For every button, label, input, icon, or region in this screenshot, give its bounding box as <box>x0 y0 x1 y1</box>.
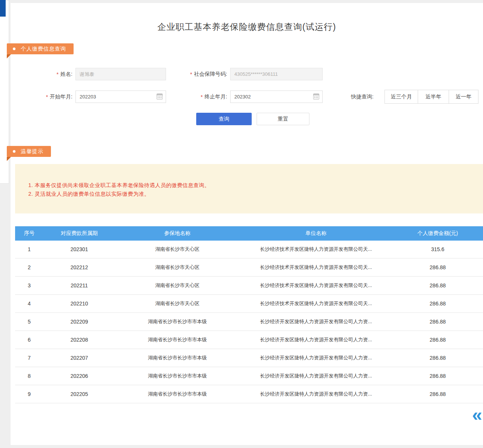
header-company: 单位名称 <box>240 230 392 237</box>
cell-region: 湖南省长沙市长沙市市本级 <box>115 373 240 379</box>
badge-ribbon-fold <box>7 54 11 58</box>
start-month-wrap <box>75 91 166 103</box>
table-row: 1202301湖南省长沙市天心区长沙经济技术开发区捷特人力资源开发有限公司天..… <box>15 241 483 259</box>
table-row: 7202207湖南省长沙市长沙市市本级长沙经济开发区捷特人力资源开发有限公司人力… <box>15 349 483 367</box>
name-field <box>75 68 166 80</box>
cell-period: 202211 <box>43 282 115 288</box>
cell-company: 长沙经济开发区捷特人力资源开发有限公司人力资... <box>240 336 392 343</box>
tip-line-1: 1. 本服务仅提供尚未领取企业职工基本养老保险待遇人员的缴费信息查询。 <box>28 181 483 190</box>
cell-region: 湖南省长沙市长沙市市本级 <box>115 318 240 325</box>
cell-amount: 286.88 <box>392 319 483 325</box>
required-marker: * <box>57 71 58 77</box>
cell-period: 202212 <box>43 264 115 270</box>
cell-amount: 286.88 <box>392 373 483 379</box>
cell-region: 湖南省长沙市长沙市市本级 <box>115 354 240 361</box>
table-row: 4202210湖南省长沙市天心区长沙经济技术开发区捷特人力资源开发有限公司天..… <box>15 295 483 313</box>
query-button[interactable]: 查询 <box>196 113 252 125</box>
cell-period: 202208 <box>43 337 115 343</box>
tips-notice-box: 1. 本服务仅提供尚未领取企业职工基本养老保险待遇人员的缴费信息查询。 2. 灵… <box>15 164 483 213</box>
cell-amount: 286.88 <box>392 355 483 361</box>
table-row: 8202206湖南省长沙市长沙市市本级长沙经济开发区捷特人力资源开发有限公司人力… <box>15 367 483 385</box>
cell-amount: 286.88 <box>392 282 483 288</box>
chevron-double-left-icon[interactable]: « <box>472 406 482 424</box>
start-month-input[interactable] <box>75 91 166 103</box>
cell-seq: 6 <box>15 337 43 343</box>
table-row: 6202208湖南省长沙市长沙市市本级长沙经济开发区捷特人力资源开发有限公司人力… <box>15 331 483 349</box>
section-badge-label: 个人缴费信息查询 <box>21 46 66 52</box>
cell-seq: 3 <box>15 282 43 288</box>
cell-company: 长沙经济技术开发区捷特人力资源开发有限公司天... <box>240 264 392 271</box>
cell-region: 湖南省长沙市天心区 <box>115 264 240 271</box>
table-row: 2202212湖南省长沙市天心区长沙经济技术开发区捷特人力资源开发有限公司天..… <box>15 259 483 277</box>
cell-amount: 286.88 <box>392 264 483 270</box>
calendar-icon[interactable] <box>157 94 163 100</box>
cell-company: 长沙经济开发区捷特人力资源开发有限公司人力资... <box>240 318 392 325</box>
cell-region: 湖南省长沙市长沙市市本级 <box>115 336 240 343</box>
cell-region: 湖南省长沙市长沙市市本级 <box>115 391 240 397</box>
cell-region: 湖南省长沙市天心区 <box>115 300 240 307</box>
bullet-icon <box>13 48 15 50</box>
reset-button[interactable]: 重置 <box>257 113 309 125</box>
table-row: 3202211湖南省长沙市天心区长沙经济技术开发区捷特人力资源开发有限公司天..… <box>15 277 483 295</box>
cell-period: 202207 <box>43 355 115 361</box>
cell-seq: 1 <box>15 246 43 252</box>
cell-company: 长沙经济技术开发区捷特人力资源开发有限公司天... <box>240 246 392 253</box>
end-month-label: * 终止年月: <box>170 91 227 103</box>
header-region: 参保地名称 <box>115 230 240 237</box>
page-title: 企业职工基本养老保险缴费信息查询(试运行) <box>11 21 483 33</box>
cell-period: 202206 <box>43 373 115 379</box>
cell-seq: 9 <box>15 391 43 397</box>
required-marker: * <box>201 94 203 100</box>
cell-region: 湖南省长沙市天心区 <box>115 282 240 289</box>
cell-period: 202210 <box>43 301 115 307</box>
section-badge-tips: 温馨提示 <box>7 146 51 157</box>
cell-seq: 7 <box>15 355 43 361</box>
calendar-icon[interactable] <box>313 94 319 100</box>
table-header-row: 序号 对应费款所属期 参保地名称 单位名称 个人缴费金额(元) <box>15 226 483 241</box>
cell-company: 长沙经济开发区捷特人力资源开发有限公司人力资... <box>240 373 392 379</box>
name-label: * 姓名: <box>23 68 72 80</box>
cell-period: 202209 <box>43 319 115 325</box>
payment-results-table: 序号 对应费款所属期 参保地名称 单位名称 个人缴费金额(元) 1202301湖… <box>15 226 483 404</box>
quick-option-one-year[interactable]: 近一年 <box>449 90 478 104</box>
section-badge-label: 温馨提示 <box>21 148 43 155</box>
end-month-wrap <box>230 91 323 103</box>
ssn-field <box>230 68 323 80</box>
cell-amount: 286.88 <box>392 301 483 307</box>
cell-seq: 8 <box>15 373 43 379</box>
cell-seq: 4 <box>15 301 43 307</box>
badge-ribbon-fold <box>7 157 11 161</box>
cell-period: 202301 <box>43 246 115 252</box>
ssn-label: * 社会保障号码: <box>170 68 227 80</box>
cell-company: 长沙经济开发区捷特人力资源开发有限公司人力资... <box>240 354 392 361</box>
cell-amount: 286.88 <box>392 337 483 343</box>
required-marker: * <box>46 94 48 100</box>
table-row: 9202205湖南省长沙市长沙市市本级长沙经济开发区捷特人力资源开发有限公司人力… <box>15 385 483 404</box>
cell-amount: 286.88 <box>392 391 483 397</box>
start-month-label: * 开始年月: <box>23 91 72 103</box>
header-seq: 序号 <box>15 230 43 237</box>
quick-option-3-months[interactable]: 近三个月 <box>385 90 418 104</box>
cell-company: 长沙经济开发区捷特人力资源开发有限公司人力资... <box>240 391 392 397</box>
quick-query-label: 快捷查询: <box>351 91 374 103</box>
bullet-icon <box>13 150 15 153</box>
cell-seq: 5 <box>15 319 43 325</box>
header-period: 对应费款所属期 <box>43 230 115 237</box>
quick-option-half-year[interactable]: 近半年 <box>418 90 449 104</box>
required-marker: * <box>190 71 192 77</box>
tip-line-2: 2. 灵活就业人员的缴费单位信息以实际缴费为准。 <box>28 190 483 198</box>
table-body: 1202301湖南省长沙市天心区长沙经济技术开发区捷特人力资源开发有限公司天..… <box>15 241 483 404</box>
section-badge-personal-query: 个人缴费信息查询 <box>7 43 74 54</box>
cell-period: 202205 <box>43 391 115 397</box>
cell-region: 湖南省长沙市天心区 <box>115 246 240 253</box>
cell-company: 长沙经济技术开发区捷特人力资源开发有限公司天... <box>240 282 392 289</box>
table-row: 5202209湖南省长沙市长沙市市本级长沙经济开发区捷特人力资源开发有限公司人力… <box>15 313 483 331</box>
cell-seq: 2 <box>15 264 43 270</box>
side-panel-blue-tab[interactable] <box>0 0 6 17</box>
cell-company: 长沙经济技术开发区捷特人力资源开发有限公司天... <box>240 300 392 307</box>
end-month-input[interactable] <box>230 91 323 103</box>
cell-amount: 315.6 <box>392 246 483 252</box>
header-amount: 个人缴费金额(元) <box>392 230 483 237</box>
